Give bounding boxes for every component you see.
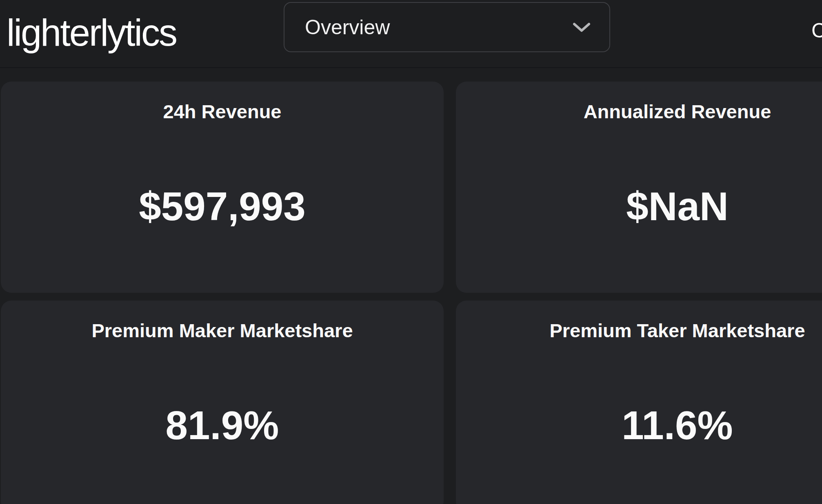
stat-card-title: Premium Taker Marketshare xyxy=(549,319,805,342)
stat-card-title: 24h Revenue xyxy=(163,100,282,123)
top-header: lighterlytics Overview C xyxy=(0,0,822,68)
stat-card-value: 11.6% xyxy=(622,402,733,449)
stat-card-title: Premium Maker Marketshare xyxy=(91,319,353,342)
stat-card-value: $NaN xyxy=(626,183,729,230)
cutoff-right-button[interactable]: C xyxy=(811,19,822,42)
stat-card-value: $597,993 xyxy=(139,183,306,230)
stat-card-value: 81.9% xyxy=(166,402,279,449)
stats-grid: 24h Revenue $597,993 Annualized Revenue … xyxy=(0,68,822,504)
chevron-down-icon xyxy=(572,22,591,33)
stat-card-24h-revenue: 24h Revenue $597,993 xyxy=(1,82,444,293)
view-selector-dropdown[interactable]: Overview xyxy=(284,2,610,52)
view-selector-value: Overview xyxy=(305,15,572,39)
stat-card-premium-maker-marketshare: Premium Maker Marketshare 81.9% xyxy=(1,301,444,504)
stat-card-annualized-revenue: Annualized Revenue $NaN xyxy=(456,82,822,293)
brand-logo: lighterlytics xyxy=(7,11,176,54)
stat-card-premium-taker-marketshare: Premium Taker Marketshare 11.6% xyxy=(456,301,822,504)
stat-card-title: Annualized Revenue xyxy=(584,100,771,123)
